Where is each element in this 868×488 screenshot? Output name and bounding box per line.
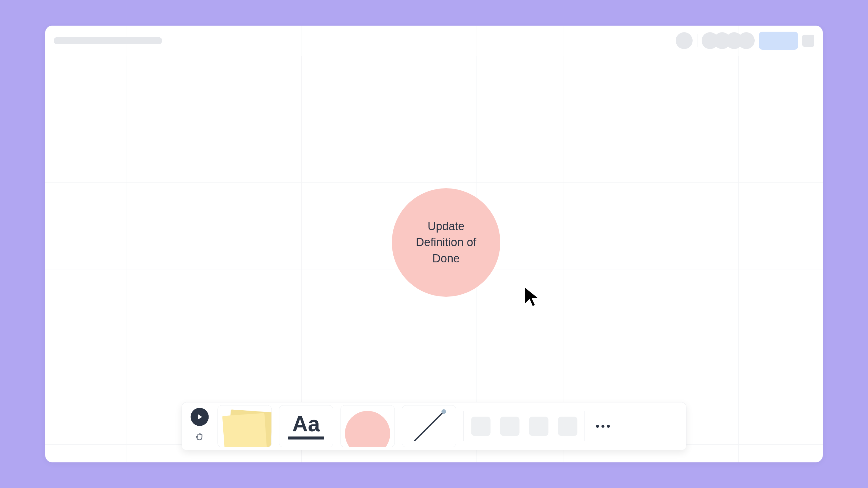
collaborator-avatars[interactable] (702, 32, 755, 49)
tool-placeholder[interactable] (500, 417, 520, 436)
cursor-icon (521, 285, 546, 309)
more-tools-button[interactable] (592, 425, 614, 428)
svg-point-1 (441, 410, 446, 414)
text-glyph: Aa (292, 413, 320, 435)
tool-placeholder[interactable] (471, 417, 491, 436)
connector-tool[interactable] (402, 405, 456, 447)
sticky-note-tool[interactable] (218, 405, 272, 447)
dots-icon (607, 425, 610, 428)
share-button[interactable] (759, 32, 798, 50)
pointer-mode-group (189, 408, 210, 445)
svg-line-0 (414, 412, 444, 441)
shape-tool[interactable] (341, 405, 395, 447)
board-title-placeholder[interactable] (54, 37, 162, 44)
bottom-toolbar: Aa (182, 402, 687, 450)
current-user-avatar[interactable] (676, 32, 692, 49)
dots-icon (601, 425, 604, 428)
canvas-shape-circle[interactable]: Update Definition of Done (392, 188, 500, 297)
header-menu-button[interactable] (802, 35, 814, 47)
dots-icon (596, 425, 599, 428)
toolbar-divider (585, 411, 585, 441)
text-tool-icon: Aa (279, 405, 333, 447)
present-button[interactable] (191, 408, 209, 426)
divider (697, 34, 698, 47)
tool-placeholder[interactable] (558, 417, 578, 436)
whiteboard-canvas[interactable]: Update Definition of Done (45, 26, 823, 462)
app-header (45, 26, 823, 56)
avatar[interactable] (738, 32, 755, 49)
header-actions (676, 32, 814, 50)
pan-hand-button[interactable] (192, 429, 207, 445)
shape-tool-icon (341, 405, 395, 447)
tool-placeholder[interactable] (529, 417, 549, 436)
text-tool[interactable]: Aa (279, 405, 333, 447)
connector-icon (402, 405, 456, 447)
shape-text: Update Definition of Done (404, 218, 488, 267)
toolbar-divider (464, 411, 464, 441)
sticky-note-icon (221, 408, 269, 447)
toolbar-extras (471, 417, 578, 436)
